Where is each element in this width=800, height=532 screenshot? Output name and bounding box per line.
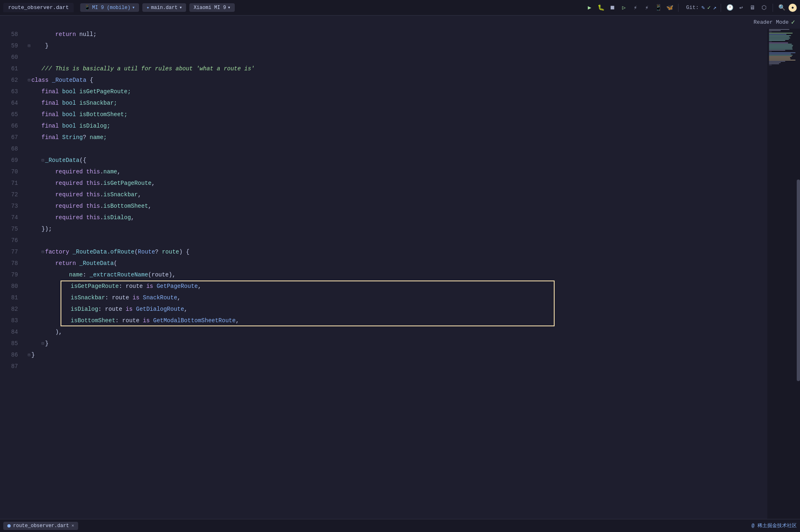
profiler-button[interactable]: ⚡ [631,3,640,12]
file-tab-observer[interactable]: route_observer.dart [3,3,74,12]
line-num-64: 64 [0,97,18,109]
device-icon: 📱 [84,4,90,11]
line-num-83: 83 [0,315,18,326]
minimap [767,29,800,519]
paren-close-77: ) { [179,246,189,258]
final-kw-66: final [42,120,62,132]
git-check-icon[interactable]: ✓ [707,4,710,11]
fold-icon-86[interactable]: ⊟ [28,349,31,361]
fold-icon-62[interactable]: ⊟ [28,74,31,86]
device-view-button[interactable]: 🖥 [748,3,757,12]
indent-83 [29,315,71,326]
git-edit-icon[interactable]: ✎ [701,4,705,11]
close-tab-icon[interactable]: × [72,523,74,528]
paren-78: ( [114,258,117,269]
return-78: return [55,258,79,269]
code-line-84: ), [28,326,767,338]
line-num-59: 59 [0,40,18,52]
code-line-68 [28,143,767,155]
main-layout: Reader Mode ✓ 58 59 60 61 62 63 64 65 66… [0,16,800,519]
string-67: String [62,132,83,143]
scrollbar-thumb[interactable] [797,180,800,381]
indent-63 [28,86,42,97]
indent-69 [28,155,42,166]
highlighted-region: isGetPageRoute : route is GetPageRoute ,… [28,281,767,326]
required-71: required [55,177,86,189]
comma-72: , [138,189,141,200]
type-82: GetDialogRoute [136,303,184,315]
indent-70 [28,166,55,177]
hot-reload-button[interactable]: ⚡ [642,3,651,12]
is-kw-80: is [146,281,157,292]
run-button[interactable]: ▶ [585,3,594,12]
colon-81: : route [105,292,133,303]
profile-button[interactable]: ● [789,4,797,12]
device-selector[interactable]: 📱 MI 9 (mobile) ▾ [80,3,139,12]
closebrace-86: } [31,349,35,361]
file-tab-observer-label: route_observer.dart [8,4,69,11]
code-line-86: ⊟ } [28,349,767,361]
indent-72 [28,189,55,200]
dot-70: . [100,166,103,177]
label-80: isGetPageRoute [71,281,119,292]
required-72: required [55,189,86,200]
fold-icon-59[interactable]: ⊟ [28,40,31,52]
dart-analysis-button[interactable]: 🦋 [665,3,674,12]
line-num-67: 67 [0,132,18,143]
field-65: isBottomSheet; [79,109,128,120]
indent-81 [29,292,71,303]
line-num-63: 63 [0,86,18,97]
indent-82 [29,303,71,315]
line-num-82: 82 [0,303,18,315]
git-push-icon[interactable]: ↗ [713,4,717,11]
indent-65 [28,109,42,120]
this-72: this [86,189,100,200]
fn-78: _RouteData [79,258,114,269]
device-mirror-button[interactable]: 📱 [654,3,663,12]
watermark: @ 稀土掘金技术社区 [752,522,797,529]
indent-75 [28,223,42,235]
file-tab-main[interactable]: ✦ main.dart ▾ [142,3,186,12]
null-58: null; [76,29,97,40]
code-editor[interactable]: Reader Mode ✓ 58 59 60 61 62 63 64 65 66… [0,16,800,519]
undo-button[interactable]: ↩ [737,3,746,12]
code-line-85: ⊟ } [28,338,767,349]
line-num-71: 71 [0,177,18,189]
run-alt-button[interactable]: ▷ [619,3,628,12]
line-num-65: 65 [0,109,18,120]
code-container: 58 59 60 61 62 63 64 65 66 67 68 69 70 7… [0,29,800,519]
bool-65: bool [62,109,79,120]
code-line-58: return null; [28,29,767,40]
bool-66: bool [62,120,79,132]
history-button[interactable]: 🕐 [725,3,734,12]
debug-button[interactable]: 🐛 [596,3,605,12]
line-num-86: 86 [0,349,18,361]
indent-64 [28,97,42,109]
device-chevron-icon: ▾ [228,4,231,11]
fold-icon-77[interactable]: ⊟ [42,246,45,258]
paren-open-77: ( [135,246,138,258]
this-71: this [86,177,100,189]
code-line-81: isSnackbar : route is SnackRoute , [28,292,767,303]
reader-mode-check-icon[interactable]: ✓ [791,18,795,26]
code-line-69: ⊟ _RouteData ({ [28,155,767,166]
share-button[interactable]: ⬡ [760,3,769,12]
code-line-82: isDialog : route is GetDialogRoute , [28,303,767,315]
fold-icon-85[interactable]: ⊟ [42,338,45,349]
bottom-tab-observer[interactable]: route_observer.dart × [3,522,78,530]
fold-icon-69[interactable]: ⊟ [42,155,45,166]
device-selector-label: MI 9 (mobile) [92,5,130,11]
code-line-65: final bool isBottomSheet; [28,109,767,120]
indent-74 [28,212,55,223]
code-line-66: final bool isDialog; [28,120,767,132]
stop-button[interactable]: ⏹ [608,3,617,12]
final-kw-64: final [42,97,62,109]
return-kw-58: return [28,29,76,40]
dot-71: . [100,177,103,189]
type-81: SnackRoute [143,292,177,303]
name-70: name [103,166,117,177]
comma-82: , [184,303,187,315]
line-num-78: 78 [0,258,18,269]
label-82: isDialog [71,303,98,315]
search-button[interactable]: 🔍 [777,3,786,12]
